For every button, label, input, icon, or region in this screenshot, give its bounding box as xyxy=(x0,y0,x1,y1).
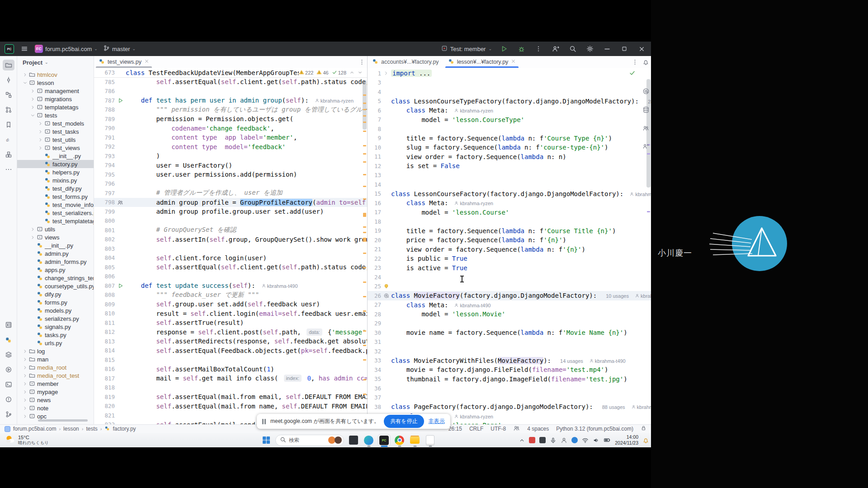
chevron-right-icon[interactable] xyxy=(29,235,36,240)
tree-item-member[interactable]: member xyxy=(17,380,94,388)
notifications-icon[interactable] xyxy=(640,59,651,66)
tab-accounts-factory[interactable]: accounts¥...¥factory.py xyxy=(368,56,443,68)
ai-assistant-icon[interactable] xyxy=(642,88,650,96)
code-line[interactable]: 36 xyxy=(368,384,651,393)
taskbar-app-notepad[interactable] xyxy=(424,434,436,446)
tree-item-views[interactable]: views xyxy=(17,233,94,241)
code-line[interactable]: 13 xyxy=(368,171,651,180)
file-encoding[interactable]: UTF-8 xyxy=(491,426,506,432)
readonly-lock-icon[interactable] xyxy=(641,425,646,432)
code-line[interactable]: 798 admin_group_profile = GroupProfileFa… xyxy=(94,198,367,207)
chevron-right-icon[interactable] xyxy=(37,137,43,142)
code-line[interactable]: 816 self.assertMailBoxTotalCount(1) xyxy=(94,365,367,374)
code-line[interactable]: 795 user.user_permissions.add(permission… xyxy=(94,170,367,179)
close-button[interactable] xyxy=(637,44,646,54)
inspections-widget[interactable]: 222 46 128 xyxy=(299,70,363,76)
code-line[interactable]: 16 class Meta: kbrahma-ryzen xyxy=(368,198,651,208)
code-line[interactable]: 34 movie = factory.django.FileField(file… xyxy=(368,365,651,375)
tree-item-media_root_test[interactable]: media_root_test xyxy=(17,371,94,380)
code-line[interactable]: 20 price = factory.Sequence(lambda n: f'… xyxy=(368,235,651,245)
tree-item-note[interactable]: note xyxy=(17,404,94,412)
chevron-down-icon[interactable] xyxy=(22,80,28,85)
scrollbar-error-stripe[interactable] xyxy=(362,77,367,424)
tray-hidden-icons-icon[interactable] xyxy=(519,437,525,443)
more-icon[interactable] xyxy=(3,164,14,175)
indent-style[interactable]: 4 spaces xyxy=(527,426,549,432)
code-line[interactable]: 797 # 管理者グループを作成し、 user を追加 xyxy=(94,188,367,198)
tab-lesson-factory[interactable]: lesson¥...¥factory.py xyxy=(443,56,521,68)
code-line[interactable]: 9 title = factory.Sequence(lambda n: f'C… xyxy=(368,134,651,143)
code-line[interactable]: 789 permission = Permission.objects.get( xyxy=(94,114,367,124)
code-line[interactable]: 796 xyxy=(94,179,367,189)
code-line[interactable]: 802 self.assertIn(self.group, GroupQuery… xyxy=(94,235,367,244)
tray-app-dark-icon[interactable] xyxy=(539,437,546,443)
commit-icon[interactable] xyxy=(3,75,14,85)
caret-position[interactable]: 26:15 xyxy=(448,426,462,432)
close-icon[interactable] xyxy=(511,59,516,65)
tree-item-media_root[interactable]: media_root xyxy=(17,363,94,371)
tree-item-__init__.py[interactable]: __init__.py xyxy=(17,152,94,160)
breadcrumb[interactable]: forum.pc5bai.com› lesson› tests› factory… xyxy=(5,426,136,432)
code-line[interactable]: 28 model = 'lesson.Movie' xyxy=(368,310,651,319)
code-line[interactable]: 792 content_type__model='feedback' xyxy=(94,142,367,152)
dify-icon[interactable]: d꞉ xyxy=(3,134,14,145)
code-line[interactable]: 1import ... xyxy=(368,69,651,78)
tree-item-test_templatetags.py[interactable]: test_templatetags.py xyxy=(17,217,94,225)
taskbar-app-pycharm[interactable]: PC xyxy=(378,434,390,446)
more-actions-button[interactable] xyxy=(533,44,543,54)
code-line[interactable]: 817 mail = self.get_mail_info_class( ind… xyxy=(94,374,367,383)
minimize-button[interactable] xyxy=(602,44,612,54)
chevron-right-icon[interactable] xyxy=(22,365,28,370)
code-line[interactable]: 37 xyxy=(368,393,651,403)
code-line[interactable]: 7 model = 'lesson.CourseType' xyxy=(368,115,651,125)
code-line[interactable]: 30 movie_name = factory.Sequence(lambda … xyxy=(368,328,651,338)
tree-item-test_movie_info_utils.py[interactable]: test_movie_info_utils.py xyxy=(17,201,94,209)
tray-microphone-icon[interactable] xyxy=(550,437,557,444)
tree-item-mypage[interactable]: mypage xyxy=(17,388,94,396)
code-line[interactable]: 27 class Meta: kbrahma-t490 xyxy=(368,300,651,310)
code-with-me-status-icon[interactable] xyxy=(513,425,520,433)
services-icon[interactable] xyxy=(3,349,14,360)
code-line[interactable]: 803 xyxy=(94,244,367,253)
chevron-right-icon[interactable] xyxy=(37,145,43,150)
no-problems-check-icon[interactable] xyxy=(629,70,636,78)
code-line[interactable]: 10 slug = factory.Sequence(lambda n: f'c… xyxy=(368,143,651,152)
main-menu-button[interactable] xyxy=(19,44,29,54)
code-line[interactable]: 38class PageFactory(factory.django.Djang… xyxy=(368,402,651,412)
taskbar-app-edge[interactable] xyxy=(363,434,375,446)
code-line[interactable]: 815 xyxy=(94,355,367,365)
code-line[interactable]: 804 self.client.force_login(user) xyxy=(94,253,367,263)
tree-item-log[interactable]: log xyxy=(17,347,94,355)
project-panel-header[interactable]: Project ⌄ xyxy=(17,56,94,69)
code-line[interactable]: 8 xyxy=(368,124,651,134)
chevron-right-icon[interactable] xyxy=(22,373,28,378)
problems-icon[interactable] xyxy=(3,394,14,405)
tree-item-lesson[interactable]: lesson xyxy=(17,79,94,87)
tree-item-serializers.py[interactable]: serializers.py xyxy=(17,314,94,323)
taskbar-app-explorer[interactable] xyxy=(409,434,421,446)
code-line[interactable]: 807 def test_update_success(self): kbrah… xyxy=(94,281,367,291)
run-button[interactable] xyxy=(499,44,509,54)
weather-widget[interactable]: 15°C 晴れのちくもり xyxy=(5,433,49,447)
chevron-down-icon[interactable] xyxy=(29,113,36,118)
tree-item-dify.py[interactable]: dify.py xyxy=(17,290,94,298)
tree-item-__init__.py[interactable]: __init__.py xyxy=(17,241,94,249)
notification-bell-icon[interactable] xyxy=(642,437,649,444)
right-editor[interactable]: 1import ...345class LessonCourseTypeFact… xyxy=(368,68,651,424)
tree-item-utils[interactable]: utils xyxy=(17,225,94,233)
code-line[interactable]: 793 ) xyxy=(94,151,367,161)
code-line[interactable]: 21 view_order = factory.Sequence(lambda … xyxy=(368,245,651,254)
taskbar-app-chrome[interactable] xyxy=(393,434,406,446)
tray-person-gray-icon[interactable] xyxy=(561,437,567,444)
code-line[interactable]: 814 self.assertEqual(Feedback.objects.ge… xyxy=(94,346,367,356)
code-line[interactable]: 790 codename='change_feedback', xyxy=(94,124,367,133)
collaborators-icon[interactable] xyxy=(642,125,650,133)
tab-options-button[interactable] xyxy=(356,59,367,66)
code-with-me-button[interactable] xyxy=(551,44,561,54)
gutter-users-icon[interactable] xyxy=(115,199,126,206)
next-problem-button[interactable] xyxy=(358,70,363,75)
code-line[interactable]: 26class MovieFactory(factory.django.Djan… xyxy=(368,291,651,300)
code-line[interactable]: 33class MovieFactoryWithFiles(MovieFacto… xyxy=(368,356,651,366)
chevron-right-icon[interactable] xyxy=(37,121,43,126)
tree-item-test_forms.py[interactable]: test_forms.py xyxy=(17,192,94,201)
